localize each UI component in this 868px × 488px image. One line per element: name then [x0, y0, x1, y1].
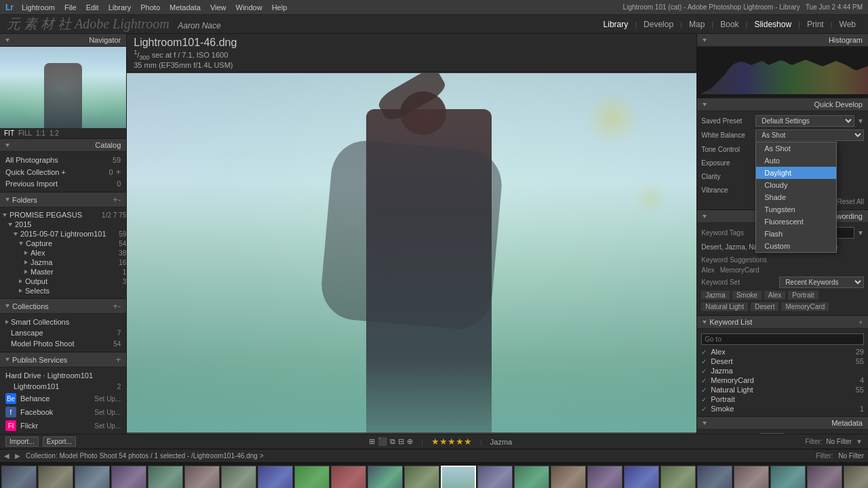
filmstrip-right-arrow[interactable]: ▶: [15, 452, 20, 460]
menu-metadata[interactable]: Metadata: [170, 3, 201, 12]
folders-remove[interactable]: -: [118, 195, 121, 205]
thumb-9[interactable]: [294, 466, 330, 489]
thumb-3[interactable]: [75, 466, 110, 489]
wb-option-shade[interactable]: Shade: [756, 191, 836, 203]
publish-add[interactable]: +: [116, 354, 121, 365]
kl-add[interactable]: +: [859, 319, 863, 326]
histogram-header[interactable]: Histogram: [697, 34, 868, 47]
thumb-7[interactable]: [221, 466, 256, 489]
zoom-1-1[interactable]: 1:1: [36, 129, 45, 137]
publish-services-header[interactable]: Publish Services +: [0, 352, 126, 367]
wb-option-fluorescent[interactable]: Fluorescent: [756, 216, 836, 228]
catalog-quick-collection[interactable]: Quick Collection + 0 +: [0, 165, 126, 178]
folders-header[interactable]: Folders + -: [0, 192, 126, 207]
people-view-icon[interactable]: ⊕: [407, 437, 413, 446]
quick-develop-header[interactable]: Quick Develop: [697, 98, 868, 111]
thumb-16[interactable]: [551, 466, 586, 489]
collections-add[interactable]: +: [113, 301, 118, 311]
keyword-list-header[interactable]: Keyword List +: [697, 316, 868, 329]
kw-btn-portrait[interactable]: Portrait: [788, 291, 818, 300]
collections-header[interactable]: Collections + -: [0, 299, 126, 314]
keyword-tags-arrow[interactable]: ▼: [857, 229, 864, 237]
menu-photo[interactable]: Photo: [140, 3, 160, 12]
publish-flickr[interactable]: Fl Flickr Set Up...: [0, 419, 126, 432]
folder-capture[interactable]: Capture 54: [0, 239, 126, 248]
folder-2015[interactable]: 2015: [0, 220, 126, 229]
thumb-5[interactable]: [148, 466, 183, 489]
thumb-18[interactable]: [624, 466, 659, 489]
kl-item-smoke[interactable]: ✓ Smoke 1: [697, 404, 868, 413]
thumb-2[interactable]: [38, 466, 73, 489]
kl-item-natural-light[interactable]: ✓ Natural Light 55: [697, 385, 868, 394]
thumb-20[interactable]: [697, 466, 732, 489]
thumb-23[interactable]: [807, 466, 842, 489]
zoom-fill[interactable]: FILL: [18, 129, 32, 137]
module-print[interactable]: Print: [802, 18, 829, 30]
collection-smart[interactable]: Smart Collections: [0, 317, 126, 327]
import-button[interactable]: Import...: [5, 436, 39, 447]
folder-master[interactable]: Master 1: [0, 267, 126, 277]
kl-item-jazma[interactable]: ✓ Jazma: [697, 366, 868, 375]
folders-add[interactable]: +: [113, 195, 118, 205]
filter-arrow[interactable]: ▼: [856, 438, 863, 445]
thumb-24[interactable]: [844, 466, 868, 489]
kl-item-portrait[interactable]: ✓ Portrait: [697, 394, 868, 404]
menu-window[interactable]: Window: [236, 3, 262, 12]
thumb-8[interactable]: [258, 466, 293, 489]
thumb-11[interactable]: [368, 466, 403, 489]
kl-item-desert[interactable]: ✓ Desert 55: [697, 357, 868, 366]
thumb-14[interactable]: [477, 466, 513, 489]
thumb-4[interactable]: [111, 466, 146, 489]
kl-item-memorycard[interactable]: ✓ MemoryCard 4: [697, 375, 868, 385]
folder-alex[interactable]: Alex 38: [0, 248, 126, 258]
thumb-21[interactable]: [734, 466, 769, 489]
zoom-1-2[interactable]: 1:2: [50, 129, 59, 137]
wb-option-cloudy[interactable]: Cloudy: [756, 179, 836, 191]
quick-collection-add[interactable]: +: [116, 167, 121, 177]
saved-preset-select[interactable]: Default Settings: [755, 115, 854, 127]
find-more-services[interactable]: Find More Services Online...: [0, 432, 126, 434]
wb-option-tungsten[interactable]: Tungsten: [756, 203, 836, 216]
folder-output[interactable]: Output 3: [0, 277, 126, 286]
kw-btn-alex[interactable]: Alex: [764, 291, 785, 300]
wb-option-auto[interactable]: Auto: [756, 155, 836, 167]
kw-suggestion-alex[interactable]: Alex: [701, 266, 714, 274]
thumb-13[interactable]: [441, 466, 476, 489]
wb-option-daylight[interactable]: Daylight: [756, 167, 836, 179]
kw-btn-smoke[interactable]: Smoke: [732, 291, 762, 300]
menu-lightroom[interactable]: Lightroom: [22, 3, 55, 12]
behance-setup[interactable]: Set Up...: [94, 395, 121, 403]
thumb-22[interactable]: [770, 466, 806, 489]
survey-view-icon[interactable]: ⊟: [398, 437, 404, 446]
grid-view-icon[interactable]: ⊞: [369, 437, 375, 446]
folder-lr101[interactable]: 2015-05-07 Lightroom101 59: [0, 229, 126, 239]
thumb-6[interactable]: [184, 466, 220, 489]
compare-view-icon[interactable]: ⧉: [390, 437, 395, 446]
publish-facebook[interactable]: f Facebook Set Up...: [0, 405, 126, 419]
export-button[interactable]: Export...: [43, 436, 76, 447]
publish-lightroom101[interactable]: Lightroom101 2: [0, 381, 126, 392]
menu-library[interactable]: Library: [108, 3, 132, 12]
kw-btn-jazma[interactable]: Jazma: [701, 291, 729, 300]
module-book[interactable]: Book: [715, 18, 744, 30]
keyword-list-search-input[interactable]: [701, 333, 864, 345]
loupe-view-icon[interactable]: ⬛: [378, 437, 387, 446]
main-image-area[interactable]: [127, 73, 696, 434]
collections-remove[interactable]: -: [118, 301, 121, 311]
folder-selects[interactable]: Selects: [0, 286, 126, 296]
collection-lanscape[interactable]: Lanscape 7: [0, 327, 126, 338]
facebook-setup[interactable]: Set Up...: [94, 409, 121, 416]
module-slideshow[interactable]: Slideshow: [749, 18, 797, 30]
keyword-set-select[interactable]: Recent Keywords: [779, 277, 864, 288]
menu-file[interactable]: File: [64, 3, 77, 12]
folder-promise-pegasus[interactable]: PROMISE PEGASUS 1/2 7 75: [0, 210, 126, 220]
catalog-header[interactable]: Catalog: [0, 139, 126, 152]
white-balance-select[interactable]: As Shot: [755, 129, 864, 141]
catalog-previous-import[interactable]: Previous Import 0: [0, 178, 126, 189]
wb-option-asshot[interactable]: As Shot: [756, 142, 836, 155]
flickr-setup[interactable]: Set Up...: [94, 422, 121, 430]
wb-option-flash[interactable]: Flash: [756, 228, 836, 240]
menu-edit[interactable]: Edit: [86, 3, 99, 12]
kw-suggestion-memorycard[interactable]: MemoryCard: [720, 266, 760, 274]
thumb-19[interactable]: [660, 466, 696, 489]
